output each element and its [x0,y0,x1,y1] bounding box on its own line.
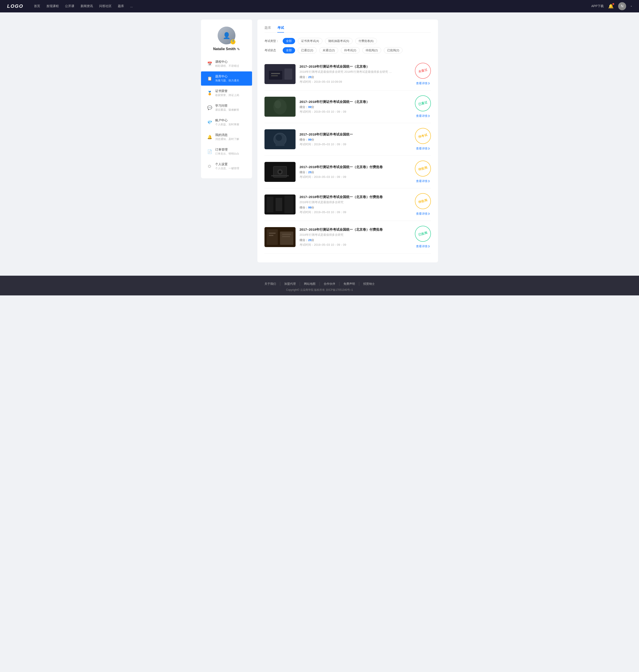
app-download-btn[interactable]: APP下载 [591,4,604,8]
nav-item-题库[interactable]: 题库 [118,4,124,8]
exam-detail-link[interactable]: 查看详情 ❯ [416,179,430,183]
exam-item-exam-3: 2017–2018年行测证件考试全国统一 得分：99分 考试时间：2019–05… [264,123,431,156]
exam-type-filter-随机抽题考试(5)[interactable]: 随机抽题考试(5) [325,38,353,44]
exam-score: 得分：25分 [299,170,411,174]
footer-link-网站地图[interactable]: 网站地图 [300,282,320,286]
exam-detail-link[interactable]: 查看详情 ❯ [416,114,430,118]
orders-sublabel: 订单支出、明明白白 [215,152,239,156]
settings-icon: ⚙ [207,164,212,169]
exam-score-value: 99 [308,206,311,209]
course-center-icon: 📅 [207,61,212,66]
exam-score-value: 25 [308,76,311,79]
exam-status-stamp: 待考试 [413,126,433,146]
notification-dot [612,3,614,5]
exam-info: 2017–2018年行测证件考试全国统一（北京卷） 得分：99分 考试时间：20… [299,100,411,114]
exam-time: 考试时间：2019–05–03 10：09：09 [299,210,411,214]
nav-item-发现课程[interactable]: 发现课程 [46,4,59,8]
exam-action: 待批阅 查看详情 ❯ [415,161,431,183]
footer-link-免费声明[interactable]: 免费声明 [340,282,359,286]
exam-score-value: 99 [308,138,311,141]
sidebar-item-account[interactable]: 💎 账户中心 个人权益、实时掌握 [201,115,252,129]
svg-point-11 [276,134,282,141]
exam-item-exam-5: 2017–2018年行测证件考试全国统一（北京卷）付费批卷 2018年行测考试是… [264,188,431,221]
sidebar-avatar-wrap: 👤 🏅 [218,27,235,44]
exam-status-filter-待批阅(2)[interactable]: 待批阅(2) [362,47,381,53]
account-icon: 💎 [207,120,212,125]
exam-detail-link[interactable]: 查看详情 ❯ [416,81,430,85]
nav-item-问答社区[interactable]: 问答社区 [99,4,112,8]
footer: 关于我们加盟代理网站地图合作伙伴免费声明招贤纳士 Copyright© 云朵商学… [0,276,639,295]
sidebar-item-question-bank[interactable]: 📋 题库中心 海量习题、助力通关 [201,71,252,85]
exam-thumbnail [264,64,296,84]
exam-status-filter-全部[interactable]: 全部 [283,47,295,53]
tab-question-bank-tab[interactable]: 题库 [264,26,271,33]
svg-rect-24 [267,229,278,245]
exam-info: 2017–2018年行测证件考试全国统一 得分：99分 考试时间：2019–05… [299,132,411,146]
exam-status-filter-row: 考试状态 全部已通过(2)未通过(2)待考试(2)待批阅(2)已批阅(2) [264,47,431,53]
exam-score: 得分：25分 [299,238,411,242]
sidebar-item-orders[interactable]: 📄 订单管理 订单支出、明明白白 [201,145,252,159]
exam-status-filter-已批阅(2)[interactable]: 已批阅(2) [384,47,403,53]
exam-status-label: 考试状态 [264,48,280,52]
nav-item-新闻资讯[interactable]: 新闻资讯 [80,4,93,8]
username-text: Natalie Smith [213,47,236,51]
sidebar-item-settings[interactable]: ⚙ 个人设置 个人信息、一键管理 [201,159,252,173]
exam-time: 考试时间：2019–05–03 10：09：09 [299,142,411,146]
question-bank-icon: 📋 [207,76,212,81]
footer-link-合作伙伴[interactable]: 合作伙伴 [320,282,340,286]
exam-status-filter-待考试(2)[interactable]: 待考试(2) [341,47,360,53]
exam-title: 2017–2018年行测证件考试全国统一（北京卷） [299,100,411,104]
sidebar: 👤 🏅 Natalie Smith ✎ 📅 课程中心 精彩课程、不容错过 📋 题… [201,19,252,178]
nav-item-...[interactable]: ... [130,4,133,8]
svg-rect-25 [280,231,293,245]
exam-type-filter-row: 考试类型： 全部证书类考试(4)随机抽题考试(5)付费批卷(6) [264,38,431,44]
exam-detail-link[interactable]: 查看详情 ❯ [416,147,430,150]
svg-rect-2 [284,68,292,80]
exam-action: 已批阅 查看详情 ❯ [415,226,431,249]
exam-time: 考试时间：2019–05–03 10：09：09 [299,110,411,114]
sidebar-item-message[interactable]: 🔔 我的消息 消息通知、及时了解 [201,130,252,144]
sidebar-item-certificate[interactable]: 🏅 证书荣誉 收获荣誉、持证上岗 [201,86,252,100]
user-menu-caret[interactable]: ▾ [630,5,632,8]
exam-detail-link[interactable]: 查看详情 ❯ [416,212,430,216]
exam-item-exam-2: 2017–2018年行测证件考试全国统一（北京卷） 得分：99分 考试时间：20… [264,91,431,123]
nav-item-首页[interactable]: 首页 [34,4,40,8]
exam-desc: 2018年行测考试是最值得多去研究 [299,233,393,237]
svg-rect-27 [269,235,274,236]
exam-action: 未通过 查看详情 ❯ [415,63,431,85]
nav-item-公开课[interactable]: 公开课 [65,4,74,8]
notification-bell[interactable]: 🔔 [608,3,614,9]
edit-profile-icon[interactable]: ✎ [237,47,240,51]
exam-detail-link[interactable]: 查看详情 ❯ [416,244,430,249]
main-content: 题库考试 考试类型： 全部证书类考试(4)随机抽题考试(5)付费批卷(6) 考试… [258,19,438,262]
exam-score-value: 25 [308,171,311,174]
svg-rect-4 [271,75,278,76]
exam-status-filter-未通过(2)[interactable]: 未通过(2) [319,47,338,53]
exam-thumbnail [264,162,296,182]
sidebar-item-qa[interactable]: 💬 学习问答 课后重温、疑难解答 [201,101,252,115]
course-center-label: 课程中心 [215,60,239,64]
exam-type-label: 考试类型： [264,39,280,43]
settings-label: 个人设置 [215,162,239,166]
svg-rect-3 [271,73,280,74]
exam-type-filter-付费批卷(6)[interactable]: 付费批卷(6) [355,38,377,44]
certificate-icon: 🏅 [207,91,212,96]
main-nav: 首页发现课程公开课新闻资讯问答社区题库... [34,4,591,8]
footer-link-关于我们[interactable]: 关于我们 [261,282,280,286]
exam-status-filter-已通过(2)[interactable]: 已通过(2) [298,47,317,53]
account-label: 账户中心 [215,118,239,123]
user-avatar[interactable]: N [618,2,626,10]
main-tabs: 题库考试 [264,26,431,33]
logo: LOGO [7,3,23,9]
svg-rect-26 [269,233,276,234]
tab-exam-tab[interactable]: 考试 [277,26,284,33]
footer-link-加盟代理[interactable]: 加盟代理 [280,282,300,286]
sidebar-item-course-center[interactable]: 📅 课程中心 精彩课程、不容错过 [201,57,252,71]
exam-type-filter-全部[interactable]: 全部 [283,38,295,44]
exam-time: 考试时间：2019–05–03 10:09:09 [299,80,411,84]
exam-score-value: 99 [308,105,311,109]
footer-link-招贤纳士[interactable]: 招贤纳士 [359,282,379,286]
exam-action: 待考试 查看详情 ❯ [415,128,431,150]
exam-type-filter-证书类考试(4)[interactable]: 证书类考试(4) [298,38,322,44]
footer-copyright: Copyright© 云朵商学院 版权所有 京ICP备17051340号–1 [0,288,639,292]
